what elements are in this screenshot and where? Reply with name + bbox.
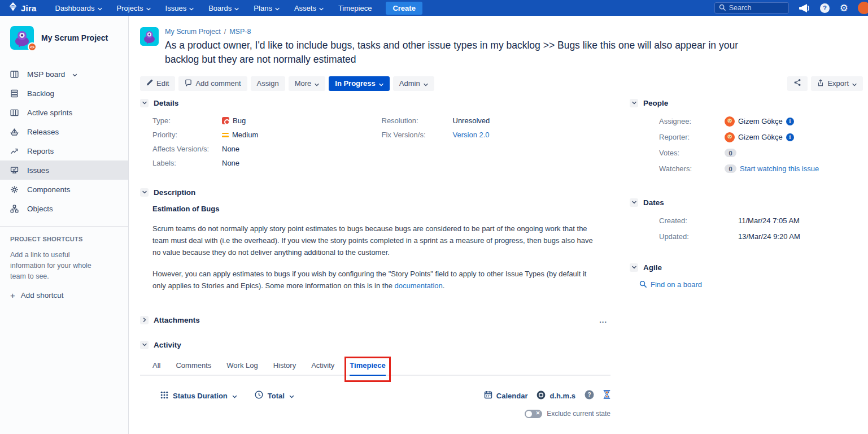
status-transition-button[interactable]: In Progress — [329, 76, 390, 91]
sidebar-item-components[interactable]: Components — [0, 180, 128, 199]
search-icon — [639, 280, 647, 289]
search-icon — [719, 3, 726, 13]
updated-label: Updated: — [659, 232, 738, 241]
search-input[interactable] — [729, 4, 784, 12]
collapse-chevron-icon[interactable] — [630, 99, 638, 107]
project-shortcuts-header: PROJECT SHORTCUTS — [10, 236, 118, 242]
documentation-link[interactable]: documentation — [395, 281, 443, 290]
assign-button[interactable]: Assign — [251, 76, 285, 91]
chevron-down-icon — [315, 80, 319, 88]
gear-icon[interactable]: ⚙ — [840, 3, 848, 13]
total-dropdown[interactable]: Total — [255, 390, 294, 401]
issue-toolbar: Edit Add comment Assign More In Progress… — [140, 76, 863, 91]
field-fix-versions: Fix Version/s: Version 2.0 — [382, 131, 611, 140]
field-priority: Priority: Medium — [152, 131, 382, 140]
assignee-link[interactable]: Gizem Gökçe — [738, 117, 783, 125]
help-icon[interactable]: ? — [819, 3, 830, 14]
duration-format-label: d.h.m.s — [549, 392, 575, 400]
nav-boards[interactable]: Boards — [202, 0, 245, 16]
exclude-current-state-toggle[interactable]: ✕ — [525, 410, 542, 418]
field-affects-versions: Affects Version/s: None — [152, 145, 382, 154]
fix-version-link[interactable]: Version 2.0 — [453, 131, 490, 139]
info-icon[interactable]: i — [786, 133, 794, 141]
nav-plans[interactable]: Plans — [247, 0, 286, 16]
nav-timepiece[interactable]: Timepiece — [332, 0, 378, 16]
nav-assets[interactable]: Assets — [288, 0, 330, 16]
collapse-chevron-icon[interactable] — [630, 263, 638, 272]
top-navigation-bar: Jira Dashboards Projects Issues Boards P… — [0, 0, 868, 16]
details-section: Details Type: Bug Priority: Medium A — [140, 99, 610, 173]
collapse-chevron-icon[interactable] — [140, 188, 149, 197]
find-on-board-link[interactable]: Find on a board — [651, 280, 702, 289]
assignee-label: Assignee: — [659, 117, 725, 125]
expand-chevron-icon[interactable] — [140, 316, 149, 324]
collapse-chevron-icon[interactable] — [140, 341, 149, 349]
more-button[interactable]: More — [289, 76, 326, 91]
duration-format-button[interactable]: d.h.m.s — [536, 390, 575, 401]
issue-header: My Scrum Project / MSP-8 As a product ow… — [140, 27, 863, 67]
hourglass-icon[interactable] — [603, 390, 610, 401]
project-type-badge-icon: <> — [28, 42, 37, 51]
updated-value: 13/Mar/24 9:20 AM — [738, 232, 800, 241]
sidebar-item-backlog[interactable]: Backlog — [0, 84, 128, 103]
tab-activity[interactable]: Activity — [311, 361, 334, 375]
start-watching-link[interactable]: Start watching this issue — [740, 164, 819, 173]
timepiece-help-icon[interactable]: ? — [585, 390, 594, 402]
chevron-down-icon — [72, 70, 77, 79]
tab-all[interactable]: All — [152, 361, 160, 375]
attachments-more-icon[interactable]: ... — [596, 316, 610, 324]
votes-badge[interactable]: 0 — [725, 149, 736, 157]
tab-work-log[interactable]: Work Log — [226, 361, 258, 375]
nav-projects[interactable]: Projects — [111, 0, 157, 16]
chevron-down-icon — [289, 392, 294, 400]
fix-versions-label: Fix Version/s: — [382, 131, 453, 139]
watchers-badge[interactable]: 0 — [725, 164, 736, 173]
info-icon[interactable]: i — [786, 118, 794, 125]
tab-comments[interactable]: Comments — [176, 361, 211, 375]
admin-button[interactable]: Admin — [393, 76, 434, 91]
add-comment-button[interactable]: Add comment — [178, 76, 247, 91]
issue-type-avatar — [140, 27, 159, 46]
add-shortcut-button[interactable]: + Add shortcut — [10, 290, 118, 300]
chevron-down-icon — [232, 392, 237, 400]
sidebar-item-reports[interactable]: Reports — [0, 141, 128, 160]
jira-logo-text: Jira — [21, 3, 37, 13]
jira-logo[interactable]: Jira — [8, 2, 37, 14]
grid-icon — [160, 391, 168, 401]
project-avatar[interactable]: <> — [10, 26, 34, 50]
description-paragraph-1: Scrum teams do not normally apply story … — [140, 223, 599, 258]
breadcrumb-project-link[interactable]: My Scrum Project — [165, 28, 221, 36]
export-button-label: Export — [827, 79, 849, 88]
user-avatar[interactable] — [858, 2, 868, 14]
reporter-link[interactable]: Gizem Gökçe — [738, 133, 783, 141]
share-button[interactable] — [787, 76, 808, 91]
priority-medium-icon — [222, 133, 229, 137]
collapse-chevron-icon[interactable] — [630, 198, 638, 207]
sidebar-item-objects[interactable]: Objects — [0, 199, 128, 218]
nav-dashboards[interactable]: Dashboards — [49, 0, 108, 16]
nav-dashboards-label: Dashboards — [55, 4, 95, 12]
nav-issues[interactable]: Issues — [159, 0, 200, 16]
chevron-down-icon — [852, 80, 857, 88]
tab-timepiece[interactable]: Timepiece — [350, 361, 385, 375]
nav-timepiece-label: Timepiece — [338, 4, 372, 12]
export-button[interactable]: Export — [811, 76, 863, 91]
global-search[interactable] — [714, 2, 789, 14]
labels-value: None — [222, 159, 239, 167]
collapse-chevron-icon[interactable] — [140, 99, 149, 107]
edit-button[interactable]: Edit — [140, 76, 175, 91]
jira-logo-icon — [8, 2, 18, 14]
sidebar-item-board[interactable]: MSP board — [0, 64, 128, 84]
sidebar-item-issues[interactable]: Issues — [0, 160, 128, 180]
calendar-button[interactable]: Calendar — [484, 390, 528, 401]
sidebar-item-releases[interactable]: Releases — [0, 122, 128, 141]
exclude-current-state-label: Exclude current state — [547, 410, 610, 418]
tab-history[interactable]: History — [273, 361, 296, 375]
assignee-avatar — [725, 116, 735, 127]
breadcrumb-issue-key-link[interactable]: MSP-8 — [229, 28, 251, 36]
sidebar-item-active-sprints[interactable]: Active sprints — [0, 103, 128, 122]
chevron-down-icon — [275, 4, 280, 12]
create-button[interactable]: Create — [386, 2, 422, 15]
report-type-dropdown[interactable]: Status Duration — [160, 390, 237, 401]
announcements-icon[interactable] — [799, 3, 810, 13]
